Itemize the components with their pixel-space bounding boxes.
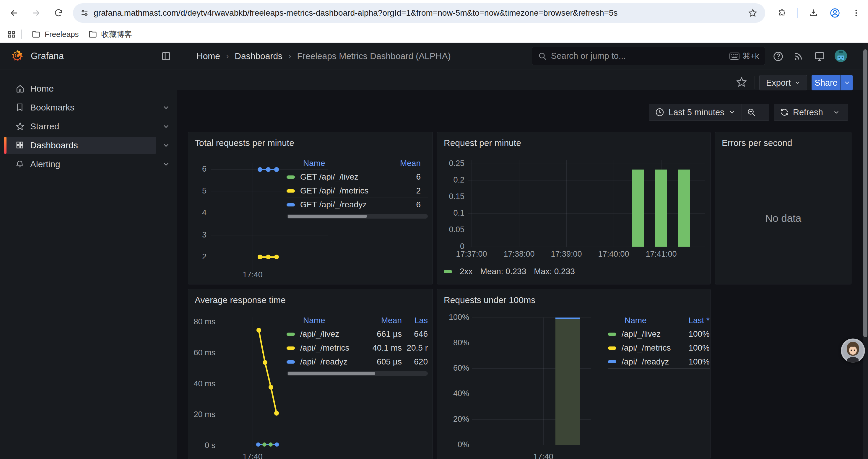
panel-title[interactable]: Requests under 100ms — [444, 295, 535, 305]
news-rss-icon[interactable] — [792, 50, 805, 63]
legend-table: Name Last * /api/_/livez 100% /api/_/met… — [608, 314, 710, 369]
grafana-logo-icon[interactable] — [10, 49, 24, 63]
sidebar-item-home[interactable]: Home — [0, 80, 177, 97]
legend-scrollbar[interactable] — [286, 214, 428, 219]
grafana-header: Grafana Home › Dashboards › Freeleaps Me… — [0, 43, 863, 69]
chevron-down-icon[interactable] — [162, 160, 170, 168]
sidebar-selected-accent — [4, 137, 6, 154]
share-dropdown-button[interactable] — [841, 75, 852, 90]
legend-header-name[interactable]: Name — [286, 316, 358, 325]
favorite-star-icon[interactable] — [736, 76, 749, 89]
monitor-icon[interactable] — [813, 50, 826, 63]
bell-icon — [16, 160, 25, 169]
search-input[interactable]: Search or jump to... ⌘+k — [532, 47, 765, 65]
panel-title[interactable]: Errors per second — [722, 138, 792, 148]
series-swatch-green — [286, 175, 295, 179]
dashboards-grid-icon — [16, 140, 25, 150]
bookmark-icon — [16, 103, 25, 112]
time-range-picker[interactable]: Last 5 minutes — [649, 104, 742, 121]
extensions-icon[interactable] — [773, 4, 791, 22]
chevron-down-icon[interactable] — [162, 103, 170, 112]
bookmark-folder-freeleaps[interactable]: Freeleaps — [27, 28, 84, 41]
sidebar-selected-bg — [4, 137, 156, 154]
help-icon[interactable] — [772, 50, 785, 63]
panel-title[interactable]: Total requests per minute — [195, 138, 294, 148]
bookmark-star-icon[interactable] — [748, 8, 757, 18]
page-scrollbar-thumb[interactable] — [863, 49, 867, 337]
legend-header-mean[interactable]: Mean — [390, 159, 428, 168]
legend-max: Max: 0.233 — [534, 267, 575, 276]
chevron-down-icon — [728, 109, 736, 116]
legend-row[interactable]: GET /api/_/livez 6 — [286, 170, 428, 184]
grafana-brand: Grafana — [0, 43, 177, 69]
forward-icon[interactable] — [27, 4, 45, 22]
breadcrumb-dashboards[interactable]: Dashboards — [235, 51, 282, 61]
share-button[interactable]: Share — [812, 75, 840, 90]
legend-row[interactable]: GET /api/_/readyz 6 — [286, 198, 428, 211]
page-scrollbar[interactable] — [863, 43, 868, 459]
chevron-down-icon[interactable] — [162, 122, 170, 131]
address-bar[interactable]: grafana.mathmast.com/d/deytv4rwavabkb/fr… — [73, 3, 765, 23]
star-icon — [16, 122, 25, 131]
refresh-group: Refresh — [774, 104, 848, 121]
zoom-out-button[interactable] — [742, 104, 761, 121]
sidebar-toggle-icon[interactable] — [159, 50, 173, 62]
legend-header-mean[interactable]: Mean — [358, 316, 402, 325]
apps-grid-icon[interactable] — [7, 30, 16, 39]
legend-scrollbar-thumb[interactable] — [288, 372, 375, 375]
panel-errors-per-second: Errors per second No data — [715, 132, 851, 285]
legend-row[interactable]: /api/_/metrics 40.1 ms 20.5 r — [286, 341, 428, 355]
bookmark-folder-blogs[interactable]: 收藏博客 — [84, 28, 137, 41]
refresh-button[interactable]: Refresh — [774, 104, 829, 121]
legend-row[interactable]: /api/_/readyz 605 µs 620 — [286, 355, 428, 369]
legend-row[interactable]: /api/_/livez 661 µs 646 — [286, 327, 428, 341]
series-swatch-blue — [286, 360, 295, 364]
legend-header-name[interactable]: Name — [608, 316, 674, 325]
sidebar-item-bookmarks[interactable]: Bookmarks — [0, 99, 177, 116]
panel-avg-response-time: Average response time 80 ms 60 ms 40 ms … — [188, 289, 433, 459]
panel-title[interactable]: Request per minute — [444, 138, 521, 148]
user-avatar[interactable] — [834, 49, 847, 62]
refresh-interval-dropdown[interactable] — [829, 104, 843, 121]
series-swatch-blue — [286, 203, 295, 206]
reload-icon[interactable] — [50, 4, 67, 22]
legend-row[interactable]: /api/_/readyz 100% — [608, 355, 710, 369]
legend[interactable]: 2xx Mean: 0.233 Max: 0.233 — [444, 267, 575, 276]
legend-row[interactable]: /api/_/metrics 100% — [608, 341, 710, 355]
legend-row[interactable]: GET /api/_/metrics 2 — [286, 184, 428, 198]
bar-2xx — [655, 169, 667, 247]
profile-icon[interactable] — [826, 4, 844, 22]
zoom-out-icon — [747, 107, 756, 117]
assistant-avatar[interactable] — [841, 338, 865, 363]
chevron-down-icon — [833, 109, 840, 116]
download-icon[interactable] — [804, 4, 822, 22]
legend-header-last[interactable]: Last * — [674, 316, 710, 325]
site-info-icon[interactable] — [80, 8, 89, 18]
breadcrumb-home[interactable]: Home — [196, 51, 220, 61]
legend-table: Name Mean GET /api/_/livez 6 GET /api/_/… — [286, 157, 428, 219]
refresh-label: Refresh — [793, 107, 823, 117]
series-swatch-yellow — [286, 189, 295, 193]
export-button[interactable]: Export — [759, 75, 807, 90]
chevron-down-icon[interactable] — [162, 141, 170, 150]
breadcrumb-separator: › — [226, 52, 229, 61]
panel-requests-under-100ms: Requests under 100ms 100% 80% 60% 40% 20… — [437, 289, 711, 459]
sidebar-item-label: Home — [30, 84, 54, 94]
browser-toolbar: grafana.mathmast.com/d/deytv4rwavabkb/fr… — [0, 0, 868, 26]
legend-header-name[interactable]: Name — [286, 159, 390, 168]
menu-kebab-icon[interactable] — [847, 4, 865, 22]
time-range-label: Last 5 minutes — [669, 107, 724, 117]
bookmarks-divider — [21, 30, 22, 39]
sidebar-item-dashboards[interactable]: Dashboards — [0, 137, 177, 154]
legend-table: Name Mean Las /api/_/livez 661 µs 646 /a… — [286, 314, 428, 376]
sidebar-item-starred[interactable]: Starred — [0, 118, 177, 135]
sidebar-item-alerting[interactable]: Alerting — [0, 156, 177, 173]
legend-scrollbar-thumb[interactable] — [288, 215, 367, 218]
legend-header-last[interactable]: Las — [402, 316, 428, 325]
back-icon[interactable] — [5, 4, 23, 22]
legend-row[interactable]: /api/_/livez 100% — [608, 327, 710, 341]
url-text[interactable]: grafana.mathmast.com/d/deytv4rwavabkb/fr… — [94, 8, 740, 18]
bar-2xx — [678, 169, 690, 247]
legend-scrollbar[interactable] — [286, 371, 428, 376]
legend-series-name: 2xx — [460, 267, 473, 276]
